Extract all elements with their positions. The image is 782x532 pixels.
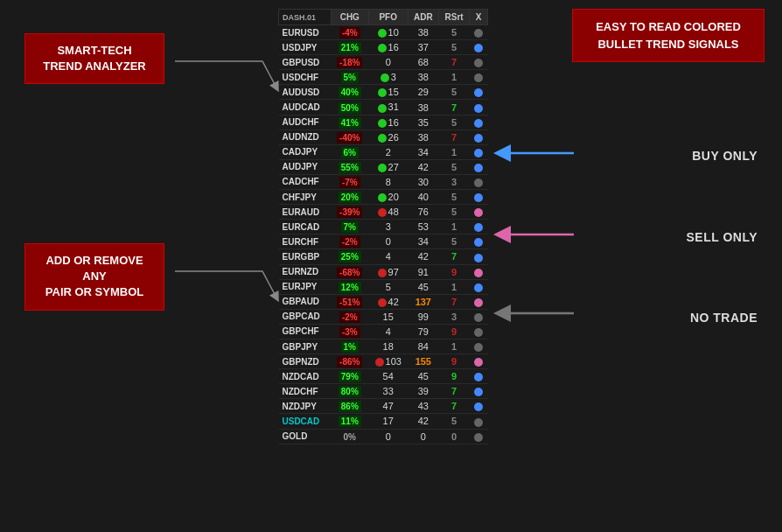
cell-chg: 80% xyxy=(331,384,368,399)
x-dot-indicator xyxy=(474,388,483,396)
cell-chg: 5% xyxy=(331,70,368,85)
cell-chg: -3% xyxy=(331,324,368,339)
cell-pfo: 15 xyxy=(368,85,408,100)
x-dot-indicator xyxy=(474,44,483,52)
cell-symbol: EURJPY xyxy=(279,279,332,294)
cell-symbol: CADJPY xyxy=(279,144,332,159)
smart-tech-text: SMART-TECH TREND ANALYZER xyxy=(43,44,146,73)
cell-symbol: AUDUSD xyxy=(279,85,332,100)
pfo-dot xyxy=(378,119,387,128)
x-dot-indicator xyxy=(474,433,483,442)
x-dot-indicator xyxy=(474,134,483,143)
cell-symbol: AUDCAD xyxy=(279,100,332,115)
table-row: CHFJPY20%20405 xyxy=(279,190,488,205)
cell-x-dot xyxy=(470,249,488,264)
cell-adr: 30 xyxy=(408,174,439,189)
cell-adr: 68 xyxy=(408,55,439,70)
cell-pfo: 103 xyxy=(368,354,408,369)
cell-x-dot xyxy=(470,205,488,220)
cell-pfo: 3 xyxy=(368,70,408,85)
cell-symbol: NZDCHF xyxy=(279,384,332,399)
cell-adr: 40 xyxy=(408,190,439,205)
cell-x-dot xyxy=(470,174,488,189)
cell-adr: 45 xyxy=(408,369,439,384)
col-rstr: RSrt xyxy=(439,10,470,25)
x-dot-indicator xyxy=(474,343,483,352)
cell-symbol: NZDJPY xyxy=(279,399,332,414)
cell-pfo: 16 xyxy=(368,40,408,55)
cell-x-dot xyxy=(470,429,488,444)
table-row: GBPNZD-86%1031559 xyxy=(279,354,488,369)
table-row: AUDNZD-40%26387 xyxy=(279,130,488,144)
pfo-dot xyxy=(378,208,387,217)
cell-chg: 41% xyxy=(331,115,368,130)
cell-rstr: 7 xyxy=(439,130,470,144)
cell-chg: 0% xyxy=(331,429,368,444)
table-row: GBPCAD-2%15993 xyxy=(279,309,488,324)
x-dot-indicator xyxy=(474,238,483,247)
cell-symbol: GBPNZD xyxy=(279,354,332,369)
cell-rstr: 1 xyxy=(439,220,470,234)
cell-x-dot xyxy=(470,234,488,249)
cell-symbol: GBPAUD xyxy=(279,294,332,309)
cell-adr: 42 xyxy=(408,249,439,264)
cell-x-dot xyxy=(470,130,488,144)
cell-chg: -51% xyxy=(331,294,368,309)
cell-x-dot xyxy=(470,264,488,279)
pfo-dot xyxy=(378,44,387,52)
cell-pfo: 18 xyxy=(368,339,408,354)
add-remove-text: ADD OR REMOVE ANY PAIR OR SYMBOL xyxy=(45,254,143,298)
cell-chg: 40% xyxy=(331,85,368,100)
cell-symbol: AUDNZD xyxy=(279,130,332,144)
cell-x-dot xyxy=(470,220,488,234)
x-dot-indicator xyxy=(474,254,483,262)
table-row: AUDJPY55%27425 xyxy=(279,159,488,174)
cell-chg: -7% xyxy=(331,174,368,189)
cell-rstr: 5 xyxy=(439,85,470,100)
cell-chg: 25% xyxy=(331,249,368,264)
cell-rstr: 7 xyxy=(439,100,470,115)
pfo-dot xyxy=(378,164,387,172)
data-table: DASH.01 CHG PFO ADR RSrt X EURUSD-4%1038… xyxy=(278,9,488,444)
cell-symbol: NZDCAD xyxy=(279,369,332,384)
cell-pfo: 2 xyxy=(368,144,408,159)
cell-x-dot xyxy=(470,414,488,429)
cell-chg: 79% xyxy=(331,369,368,384)
cell-pfo: 8 xyxy=(368,174,408,189)
x-dot-indicator xyxy=(474,313,483,322)
buy-only-label: BUY ONLY xyxy=(692,149,758,163)
cell-rstr: 7 xyxy=(439,294,470,309)
x-dot-indicator xyxy=(474,373,483,382)
cell-symbol: AUDCHF xyxy=(279,115,332,130)
cell-chg: 50% xyxy=(331,100,368,115)
cell-adr: 0 xyxy=(408,429,439,444)
cell-x-dot xyxy=(470,294,488,309)
cell-chg: 12% xyxy=(331,279,368,294)
cell-pfo: 4 xyxy=(368,249,408,264)
cell-x-dot xyxy=(470,369,488,384)
cell-rstr: 5 xyxy=(439,414,470,429)
cell-chg: 6% xyxy=(331,144,368,159)
cell-x-dot xyxy=(470,159,488,174)
table-row: EURNZD-68%97919 xyxy=(279,264,488,279)
cell-adr: 29 xyxy=(408,85,439,100)
table-row: GOLD0%000 xyxy=(279,429,488,444)
pfo-dot xyxy=(378,88,387,97)
col-symbol: DASH.01 xyxy=(279,10,332,25)
cell-chg: -4% xyxy=(331,25,368,40)
cell-symbol: EURUSD xyxy=(279,25,332,40)
cell-pfo: 47 xyxy=(368,399,408,414)
table-row: USDCAD11%17425 xyxy=(279,414,488,429)
pfo-dot xyxy=(381,74,389,82)
cell-rstr: 9 xyxy=(439,324,470,339)
pfo-dot xyxy=(378,193,387,202)
cell-symbol: EURNZD xyxy=(279,264,332,279)
cell-symbol: GOLD xyxy=(279,429,332,444)
x-dot-indicator xyxy=(474,59,483,67)
cell-rstr: 5 xyxy=(439,234,470,249)
cell-symbol: GBPCHF xyxy=(279,324,332,339)
cell-adr: 84 xyxy=(408,339,439,354)
cell-rstr: 1 xyxy=(439,70,470,85)
cell-adr: 43 xyxy=(408,399,439,414)
cell-rstr: 5 xyxy=(439,40,470,55)
